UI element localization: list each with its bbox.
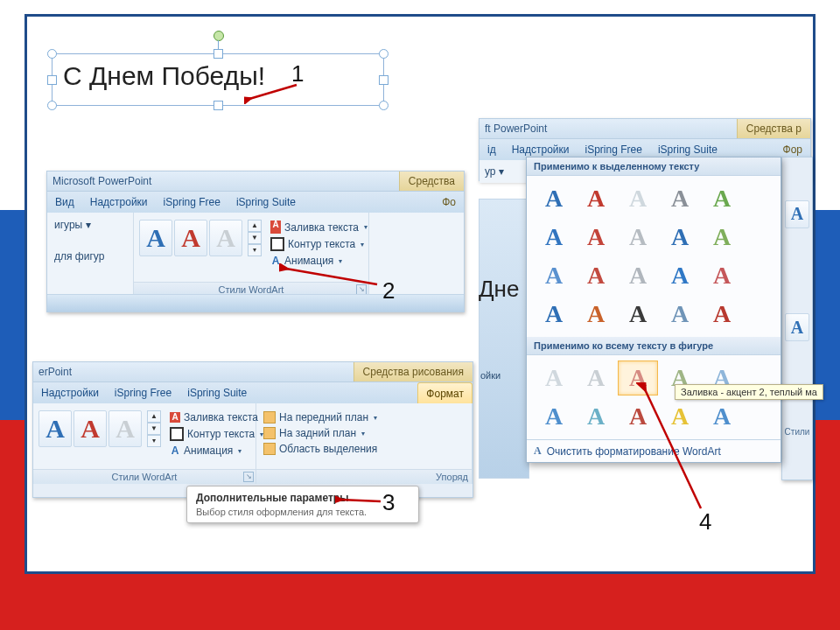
dd-header-2: Применимо ко всему тексту в фигуре: [527, 337, 780, 355]
wordart-style-option[interactable]: А: [660, 399, 700, 434]
wordart-style-option[interactable]: А: [576, 220, 616, 255]
gallery-down-3[interactable]: ▼: [147, 423, 161, 435]
handle-l[interactable]: [47, 75, 57, 85]
tab-format-3[interactable]: Формат: [417, 382, 472, 404]
wordart-style-option[interactable]: А: [576, 297, 616, 332]
wordart-style-option[interactable]: А: [576, 360, 616, 396]
handle-bl[interactable]: [47, 101, 57, 110]
wordart-style-option[interactable]: А: [702, 258, 742, 293]
tab-addins-3[interactable]: Надстройки: [33, 382, 107, 403]
tab-ispring-suite-3[interactable]: iSpring Suite: [179, 382, 255, 403]
btn-selection-pane[interactable]: Область выделения: [262, 442, 466, 456]
sb: На задний план: [279, 427, 356, 439]
panel3-tabs: Надстройки iSpring Free iSpring Suite Фо…: [33, 382, 472, 403]
gallery-more[interactable]: ▾: [248, 244, 262, 256]
btn-animation-3[interactable]: AАнимация▾: [168, 444, 269, 458]
tab-addins[interactable]: Надстройки: [82, 192, 156, 213]
label-4: 4: [699, 508, 711, 536]
panel2-wash: [47, 294, 464, 312]
wordart-style-option[interactable]: А: [702, 181, 742, 216]
rs-a2[interactable]: A: [785, 313, 809, 341]
rotate-handle[interactable]: [214, 31, 224, 41]
label-2: 2: [382, 277, 395, 304]
btn-text-outline[interactable]: Контур текста▾: [269, 236, 369, 252]
wa-style-2[interactable]: A: [174, 220, 207, 256]
panel3-titlebar: erPoint Средства рисования: [33, 362, 472, 382]
wordart-style-option[interactable]: А: [618, 360, 658, 396]
wordart-style-option[interactable]: А: [576, 399, 616, 434]
panel-3: erPoint Средства рисования Надстройки iS…: [32, 361, 473, 498]
panel2-titlebar: Microsoft PowerPoint Средства: [47, 172, 464, 192]
wa3-2[interactable]: A: [74, 410, 107, 447]
dd-header-1: Применимо к выделенному тексту: [527, 158, 780, 176]
group-dialog-launcher-3[interactable]: ↘: [243, 472, 254, 482]
rs-a1[interactable]: A: [785, 200, 809, 228]
panel-2: Microsoft PowerPoint Средства Вид Надстр…: [46, 171, 465, 312]
textbox[interactable]: С Днем Победы!: [52, 53, 384, 106]
btn-send-back[interactable]: На задний план▾: [262, 426, 466, 440]
behind-addins-short: ойки: [480, 370, 500, 381]
bf: На передний план: [279, 411, 368, 424]
btn-text-fill-3[interactable]: AЗаливка текста▾: [168, 410, 269, 424]
handle-b[interactable]: [214, 101, 223, 110]
wordart-style-option[interactable]: А: [702, 399, 742, 434]
group-shapes-left: игуры ▾ для фигур: [47, 213, 134, 297]
wordart-style-option[interactable]: А: [618, 258, 658, 293]
dd-clear[interactable]: A Очистить форматирование WordArt: [527, 439, 780, 462]
gallery-down[interactable]: ▼: [248, 232, 262, 244]
textbox-wrapper: С Днем Победы!: [52, 53, 384, 106]
wordart-dropdown: Применимо к выделенному тексту ААААААААА…: [526, 157, 781, 463]
tab-view-4[interactable]: ід: [480, 139, 504, 160]
group-title-wordart-3: Стили WordArt: [33, 469, 256, 484]
wordart-style-option[interactable]: А: [534, 297, 574, 332]
wordart-style-option[interactable]: А: [534, 220, 574, 255]
wordart-style-option[interactable]: А: [534, 258, 574, 293]
tab-format-cut[interactable]: Фо: [434, 192, 464, 213]
tab-ispring-free-3[interactable]: iSpring Free: [107, 382, 179, 403]
wa3-3[interactable]: A: [108, 410, 142, 447]
group-wordart-3: A A A ▲ ▼ ▾ AЗаливка текста▾ Контур текс…: [33, 403, 256, 484]
wa-style-1[interactable]: A: [139, 220, 172, 256]
btn-shapes-cut[interactable]: игуры ▾: [52, 218, 128, 232]
behind-text-dne: Дне: [479, 276, 519, 303]
handle-r[interactable]: [379, 75, 388, 85]
gallery-up-3[interactable]: ▲: [147, 410, 161, 423]
wordart-style-option[interactable]: А: [576, 181, 616, 216]
btn-for-shapes-cut[interactable]: для фигур: [52, 249, 128, 263]
btn-shapes-4[interactable]: ур ▾: [480, 160, 509, 183]
handle-t[interactable]: [214, 49, 223, 59]
wordart-style-option[interactable]: А: [534, 399, 574, 434]
wordart-style-option[interactable]: А: [618, 297, 658, 332]
tab-ispring-suite[interactable]: iSpring Suite: [228, 192, 304, 213]
wordart-style-option[interactable]: А: [618, 220, 658, 255]
handle-br[interactable]: [379, 101, 388, 110]
tab-view[interactable]: Вид: [47, 192, 82, 213]
wa-style-3[interactable]: A: [209, 220, 242, 256]
gallery-scroll-3: ▲ ▼ ▾: [147, 410, 161, 447]
btn-bring-front[interactable]: На передний план▾: [262, 410, 466, 424]
wordart-style-option[interactable]: А: [702, 220, 742, 255]
btn-text-fill[interactable]: AЗаливка текста▾: [269, 220, 369, 234]
wordart-style-option[interactable]: А: [534, 181, 574, 216]
wordart-style-option[interactable]: А: [660, 220, 700, 255]
group-wordart: A A A ▲ ▼ ▾ AЗаливка текста▾ Контур текс…: [134, 213, 369, 297]
wordart-style-option[interactable]: А: [660, 258, 700, 293]
wordart-style-option[interactable]: А: [702, 297, 742, 332]
panel2-context-tab: Средства: [399, 172, 464, 191]
text-fill-label: Заливка текста: [284, 221, 359, 234]
handle-tl[interactable]: [47, 49, 57, 59]
handle-tr[interactable]: [379, 49, 388, 59]
wordart-style-option[interactable]: А: [660, 181, 700, 216]
wordart-style-option[interactable]: А: [660, 297, 700, 332]
btn-text-outline-3[interactable]: Контур текста▾: [168, 426, 269, 442]
gallery-up[interactable]: ▲: [248, 220, 262, 232]
panel3-app-title: erPoint: [38, 362, 72, 382]
wa3-1[interactable]: A: [38, 410, 72, 447]
gallery-more-3[interactable]: ▾: [147, 435, 161, 447]
wordart-style-option[interactable]: А: [576, 258, 616, 293]
wordart-style-option[interactable]: А: [618, 181, 658, 216]
wordart-style-option[interactable]: А: [618, 399, 658, 434]
tab-ispring-free[interactable]: iSpring Free: [156, 192, 228, 213]
wordart-style-option[interactable]: А: [534, 360, 574, 396]
btn-animation[interactable]: AАнимация▾: [269, 254, 369, 268]
